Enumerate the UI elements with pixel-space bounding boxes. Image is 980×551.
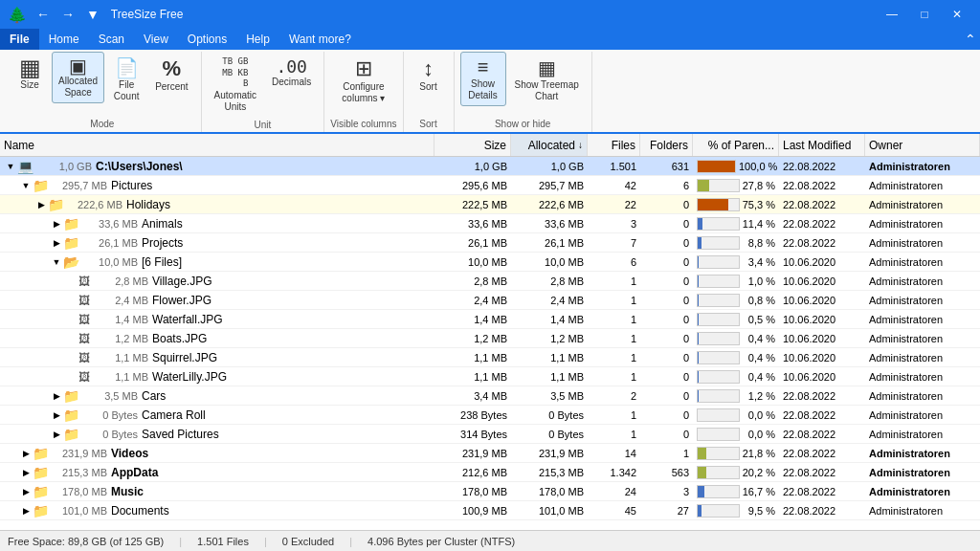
table-row[interactable]: ▼📁295,7 MBPictures295,6 MB295,7 MB42627,… [0, 176, 980, 195]
menu-wantmore[interactable]: Want more? [279, 29, 361, 50]
percent-bar-bg [697, 275, 740, 288]
tree-cell-size: 238 Bytes [434, 406, 511, 424]
table-row[interactable]: ▶📁231,9 MBVideos231,9 MB231,9 MB14121,8 … [0, 444, 980, 463]
tree-cell-owner: Administratoren [865, 233, 980, 252]
percent-text: 0,0 % [743, 409, 775, 421]
table-row[interactable]: ▶📁33,6 MBAnimals33,6 MB33,6 MB3011,4 %22… [0, 214, 980, 233]
tree-cell-modified: 22.08.2022 [779, 425, 865, 443]
tree-cell-percent: 3,4 % [693, 253, 779, 271]
col-header-folders[interactable]: Folders [640, 134, 693, 156]
tree-expander[interactable]: ▶ [50, 410, 63, 420]
tree-cell-allocated: 101,0 MB [511, 501, 588, 519]
tree-cell-folders: 0 [640, 425, 693, 443]
table-row[interactable]: ▶📁0 BytesCamera Roll238 Bytes0 Bytes100,… [0, 406, 980, 425]
col-header-allocated[interactable]: Allocated ↓ [511, 134, 588, 156]
ribbon-size-button[interactable]: ▦ Size [10, 52, 50, 95]
tree-cell-size: 2,8 MB [434, 272, 511, 290]
tree-cell-percent: 0,8 % [693, 291, 779, 309]
table-row[interactable]: ▶📁222,6 MBHolidays222,5 MB222,6 MB22075,… [0, 195, 980, 214]
table-row[interactable]: ▶📁0 BytesSaved Pictures314 Bytes0 Bytes1… [0, 425, 980, 444]
ribbon-showdetails-button[interactable]: ≡ ShowDetails [460, 52, 506, 106]
forward-button[interactable]: → [57, 5, 78, 24]
tree-expander[interactable]: ▼ [4, 162, 17, 171]
table-row[interactable]: ▶📁215,3 MBAppData212,6 MB215,3 MB1.34256… [0, 463, 980, 482]
table-row[interactable]: ▶📁3,5 MBCars3,4 MB3,5 MB201,2 %22.08.202… [0, 386, 980, 406]
tree-expander[interactable]: ▼ [50, 257, 63, 267]
ribbon-sort-button[interactable]: ↕ Sort [410, 52, 448, 97]
table-row[interactable]: ▶📁26,1 MBProjects26,1 MB26,1 MB708,8 %22… [0, 233, 980, 253]
ribbon-configure-button[interactable]: ⊞ Configurecolumns ▾ [335, 52, 391, 109]
tree-cell-allocated: 2,8 MB [511, 272, 588, 290]
tree-expander[interactable]: ▶ [19, 487, 33, 496]
percent-text: 0,0 % [743, 429, 775, 440]
tree-cell-allocated: 1,0 GB [511, 157, 588, 175]
col-header-files[interactable]: Files [588, 134, 640, 156]
menu-file[interactable]: File [0, 29, 39, 50]
menu-home[interactable]: Home [39, 29, 89, 50]
close-button[interactable]: ✕ [942, 5, 972, 24]
menu-help[interactable]: Help [236, 29, 279, 50]
ribbon-percent-button[interactable]: % Percent [148, 52, 194, 97]
back-button[interactable]: ← [33, 5, 54, 24]
col-header-modified[interactable]: Last Modified [779, 134, 865, 156]
tree-sizelabel: 1,1 MB [93, 371, 148, 383]
table-row[interactable]: 🖼2,4 MBFlower.JPG2,4 MB2,4 MB100,8 %10.0… [0, 291, 980, 310]
tree-cell-name: ▶📁231,9 MBVideos [0, 444, 434, 462]
percent-bar-fill [698, 256, 699, 268]
percent-bar-bg [697, 236, 740, 250]
col-header-name[interactable]: Name [0, 134, 434, 156]
ribbon-collapse-button[interactable]: ⌃ [965, 32, 976, 47]
table-row[interactable]: ▼💻1,0 GBC:\Users\Jones\1,0 GB1,0 GB1.501… [0, 157, 980, 176]
table-row[interactable]: ▶📁178,0 MBMusic178,0 MB178,0 MB24316,7 %… [0, 482, 980, 501]
tree-expander[interactable]: ▼ [19, 181, 33, 190]
tree-expander[interactable]: ▶ [50, 219, 63, 229]
table-row[interactable]: 🖼1,4 MBWaterfall.JPG1,4 MB1,4 MB100,5 %1… [0, 310, 980, 329]
percent-bar-bg [697, 351, 740, 364]
table-row[interactable]: 🖼1,1 MBWaterLilly.JPG1,1 MB1,1 MB100,4 %… [0, 367, 980, 386]
dropdown-button[interactable]: ▼ [82, 5, 103, 24]
tree-cell-files: 1 [588, 329, 640, 347]
percent-label: Percent [155, 81, 188, 92]
tree-cell-folders: 0 [640, 233, 693, 252]
tree-expander[interactable]: ▶ [50, 430, 63, 439]
ribbon-autounits-button[interactable]: TB GBMB KB B AutomaticUnits [208, 52, 263, 118]
size-icon: ▦ [19, 56, 41, 79]
table-row[interactable]: ▶📁101,0 MBDocuments100,9 MB101,0 MB45279… [0, 501, 980, 520]
col-header-size[interactable]: Size [434, 134, 511, 156]
ribbon-allocated-button[interactable]: ▣ AllocatedSpace [52, 52, 104, 103]
tree-cell-allocated: 1,2 MB [511, 329, 588, 347]
ribbon-filecount-button[interactable]: 📄 FileCount [106, 52, 146, 107]
tree-cell-percent: 0,4 % [693, 348, 779, 366]
tree-expander[interactable]: ▶ [50, 238, 63, 248]
menu-view[interactable]: View [134, 29, 178, 50]
table-row[interactable]: ▼📂10,0 MB[6 Files]10,0 MB10,0 MB603,4 %1… [0, 253, 980, 272]
tree-cell-modified: 22.08.2022 [779, 214, 865, 232]
tree-cell-folders: 0 [640, 195, 693, 213]
col-header-owner[interactable]: Owner [865, 134, 980, 156]
table-row[interactable]: 🖼2,8 MBVillage.JPG2,8 MB2,8 MB101,0 %10.… [0, 272, 980, 291]
tree-expander[interactable]: ▶ [19, 468, 33, 477]
menu-options[interactable]: Options [178, 29, 236, 50]
col-header-percent[interactable]: % of Paren... [693, 134, 779, 156]
tree-expander[interactable]: ▶ [19, 506, 33, 516]
tree-expander[interactable]: ▶ [34, 200, 48, 209]
percent-bar-fill [698, 199, 728, 210]
tree-expander[interactable]: ▶ [19, 449, 33, 458]
maximize-button[interactable]: □ [909, 5, 940, 24]
title-bar: 🌲 ← → ▼ TreeSize Free — □ ✕ [0, 0, 980, 29]
table-row[interactable]: 🖼1,2 MBBoats.JPG1,2 MB1,2 MB100,4 %10.06… [0, 329, 980, 348]
percent-bar-fill [698, 237, 702, 249]
table-row[interactable]: 🖼1,1 MBSquirrel.JPG1,1 MB1,1 MB100,4 %10… [0, 348, 980, 367]
tree-cell-percent: 27,8 % [693, 176, 779, 194]
ribbon-decimals-button[interactable]: .00 Decimals [265, 52, 318, 92]
percent-text: 20,2 % [743, 467, 775, 478]
tree-area[interactable]: ▼💻1,0 GBC:\Users\Jones\1,0 GB1,0 GB1.501… [0, 157, 980, 530]
ribbon-treemap-button[interactable]: ▦ Show TreemapChart [508, 52, 586, 107]
minimize-button[interactable]: — [877, 5, 907, 24]
tree-sizelabel: 0 Bytes [82, 429, 138, 440]
menu-scan[interactable]: Scan [89, 29, 134, 50]
tree-cell-size: 100,9 MB [434, 501, 511, 519]
tree-expander[interactable]: ▶ [50, 391, 63, 401]
tree-cell-folders: 631 [640, 157, 693, 175]
tree-cell-files: 42 [588, 176, 640, 194]
